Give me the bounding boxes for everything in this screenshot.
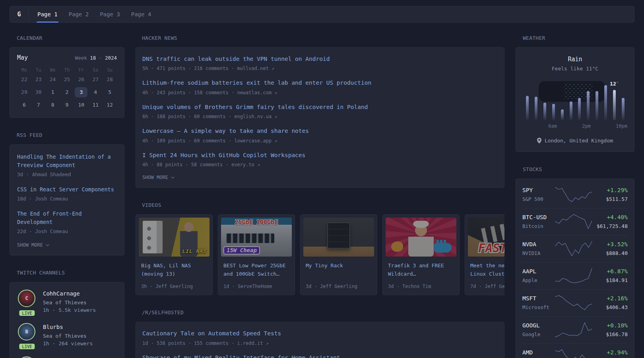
stock-symbol[interactable]: MSFT — [522, 295, 553, 302]
video-meta: 3d · Techno Tim — [386, 284, 456, 289]
stock-price: $406.43 — [594, 304, 628, 310]
video-card[interactable]: My Tiny Rack 3d · Jeff Geerling — [300, 214, 377, 295]
hn-item-meta: 4h · 243 points · 158 comments · newatla… — [142, 90, 498, 95]
twitch-channel-name[interactable]: CohhCarnage — [43, 290, 96, 297]
stock-row[interactable]: AAPL Apple +6.87% $184.91 — [522, 262, 628, 289]
week-label: Week — [75, 55, 87, 61]
calendar-day: 9 — [60, 100, 73, 110]
stock-row[interactable]: SPY S&P 500 +1.29% $511.57 — [522, 181, 628, 208]
stock-company: Apple — [522, 277, 553, 283]
calendar-weekday-row: MoTuWeThFrSaSu — [17, 67, 117, 74]
video-title[interactable]: Traefik 3 and FREE Wildcard… — [386, 262, 456, 278]
stock-company: S&P 500 — [522, 196, 553, 202]
stock-symbol[interactable]: SPY — [522, 187, 553, 193]
columns: CALENDAR May Week 18 · 2024 MoTuWeThFrSa… — [10, 35, 634, 358]
hn-show-more-button[interactable]: SHOW MORE — [142, 175, 498, 180]
video-thumbnail[interactable]: 25GbE 100GbE 15W Cheap — [221, 218, 292, 257]
chevron-down-icon — [171, 175, 174, 179]
twitch-channel-row[interactable]: C LIVE CohhCarnage Sea of Thieves 1h · 5… — [18, 290, 116, 313]
reddit-header: /R/SELFHOSTED — [142, 309, 504, 315]
video-title[interactable]: My Tiny Rack — [303, 262, 374, 278]
stock-sparkline — [553, 295, 594, 311]
video-meta: 3h · Jeff Geerling — [139, 284, 209, 289]
stock-symbol[interactable]: BTC-USD — [522, 214, 553, 220]
video-title[interactable]: BEST Low Power 25GbE and 100GbE Switch… — [221, 262, 292, 278]
docker-whale-art — [434, 243, 452, 253]
hn-item-meta: 4h · 88 points · 58 comments · every.to … — [142, 162, 498, 167]
tab-page-3[interactable]: Page 3 — [94, 6, 126, 22]
stock-company: Bitcoin — [522, 223, 553, 229]
rss-show-more-button[interactable]: SHOW MORE — [17, 242, 117, 248]
thumbnail-caption: 25GbE 100GbE — [221, 219, 292, 226]
rss-item-title[interactable]: Handling The Indentation of a Treeview C… — [17, 153, 117, 169]
stock-row[interactable]: GOOGL Google +0.10% $166.78 — [522, 316, 628, 343]
video-thumbnail[interactable]: FAST — [468, 218, 504, 257]
center-column: HACKER NEWS DNS traffic can leak outside… — [136, 35, 504, 358]
video-card[interactable]: FAST Meet the new Linux Cluster 7d · Jef… — [465, 214, 504, 295]
calendar-day: 23 — [32, 74, 45, 85]
reddit-card: Cautionary Tale on Automated Speed Tests… — [136, 322, 504, 358]
stock-sparkline — [553, 241, 594, 257]
calendar-day: 1 — [47, 87, 59, 97]
video-title[interactable]: Meet the new Linux Cluster — [468, 262, 504, 278]
calendar-week-info: Week 18 · 2024 — [75, 55, 117, 61]
stock-row[interactable]: NVDA NVIDIA +3.52% $888.40 — [522, 235, 628, 262]
hn-item-title[interactable]: DNS traffic can leak outside the VPN tun… — [142, 54, 498, 63]
hour-label: 6am — [548, 123, 557, 129]
live-badge: LIVE — [19, 344, 35, 349]
stock-values: +2.94% $150.45 — [594, 349, 628, 358]
stock-row[interactable]: AMD AMD +2.94% $150.45 — [522, 343, 628, 358]
twitch-channel-row[interactable]: ThePrimeagen — [18, 356, 116, 358]
hn-item-title[interactable]: Lithium-free sodium batteries exit the l… — [142, 78, 498, 87]
twitch-channel-row[interactable]: B LIVE Blurbs Sea of Thieves 1h · 264 vi… — [18, 323, 116, 346]
calendar-weekday: Fr — [74, 67, 88, 73]
server-rack-art — [327, 222, 350, 249]
hn-item-title[interactable]: Lowercase – A simple way to take and sha… — [142, 126, 498, 135]
stock-values: +6.87% $184.91 — [594, 268, 628, 283]
calendar-day: 2 — [60, 87, 73, 97]
video-title[interactable]: Big NAS, Lil NAS (moving 13) — [139, 262, 209, 278]
stock-symbol[interactable]: NVDA — [522, 241, 553, 247]
week-number: 18 — [90, 55, 96, 61]
weather-feels-like: Feels like 11°C — [523, 66, 627, 72]
twitch-game: Sea of Thieves — [43, 300, 96, 305]
videos-widget: VIDEOS LIL NAS Big NAS, Lil NAS (moving … — [136, 202, 504, 295]
rss-item-title[interactable]: The End of Front-End Development — [17, 210, 117, 226]
live-badge: LIVE — [19, 310, 35, 316]
weather-bar — [570, 101, 572, 120]
video-card[interactable]: 25GbE 100GbE 15W Cheap BEST Low Power 25… — [218, 214, 295, 295]
video-card[interactable]: LIL NAS Big NAS, Lil NAS (moving 13) 3h … — [136, 214, 213, 295]
app-logo[interactable]: G — [10, 6, 29, 22]
video-thumbnail[interactable] — [386, 218, 456, 257]
twitch-card: C LIVE CohhCarnage Sea of Thieves 1h · 5… — [10, 282, 124, 358]
stock-row[interactable]: BTC-USD Bitcoin +4.40% $61,725.48 — [522, 208, 628, 235]
calendar-day: 10 — [75, 100, 87, 110]
stock-symbol[interactable]: AAPL — [522, 268, 553, 274]
weather-bar — [552, 104, 555, 120]
calendar-weekday: Tu — [31, 67, 46, 73]
video-thumbnail[interactable] — [303, 218, 374, 257]
hn-item-title[interactable]: I Spent 24 Hours with GitHub Copilot Wor… — [142, 151, 498, 160]
person-art — [180, 222, 198, 257]
stock-change: +0.10% — [594, 322, 628, 329]
show-more-label: SHOW MORE — [17, 242, 43, 248]
video-meta: 3d · Jeff Geerling — [303, 284, 374, 289]
video-thumbnail[interactable]: LIL NAS — [139, 218, 209, 257]
stock-symbol[interactable]: GOOGL — [522, 322, 553, 329]
stock-row[interactable]: MSFT Microsoft +2.16% $406.43 — [522, 289, 628, 316]
reddit-item-title[interactable]: Showcase of my Mixed Reality Interface f… — [142, 353, 498, 358]
rss-item-title[interactable]: CSS in React Server Components — [17, 185, 117, 194]
reddit-item: Cautionary Tale on Automated Speed Tests… — [142, 329, 498, 346]
reddit-widget: /R/SELFHOSTED Cautionary Tale on Automat… — [136, 309, 504, 358]
calendar-widget: CALENDAR May Week 18 · 2024 MoTuWeThFrSa… — [10, 35, 124, 118]
weather-bar — [613, 90, 616, 120]
hn-item-title[interactable]: Unique volumes of Brothers Grimm fairy t… — [142, 103, 498, 111]
tab-page-2[interactable]: Page 2 — [63, 6, 95, 22]
calendar-day: 4 — [89, 87, 102, 97]
video-card[interactable]: Traefik 3 and FREE Wildcard… 3d · Techno… — [382, 214, 460, 295]
reddit-item-title[interactable]: Cautionary Tale on Automated Speed Tests — [142, 329, 498, 338]
tab-page-1[interactable]: Page 1 — [32, 6, 63, 22]
twitch-channel-name[interactable]: Blurbs — [43, 324, 93, 330]
stock-symbol[interactable]: AMD — [522, 349, 553, 356]
tab-page-4[interactable]: Page 4 — [126, 6, 157, 22]
